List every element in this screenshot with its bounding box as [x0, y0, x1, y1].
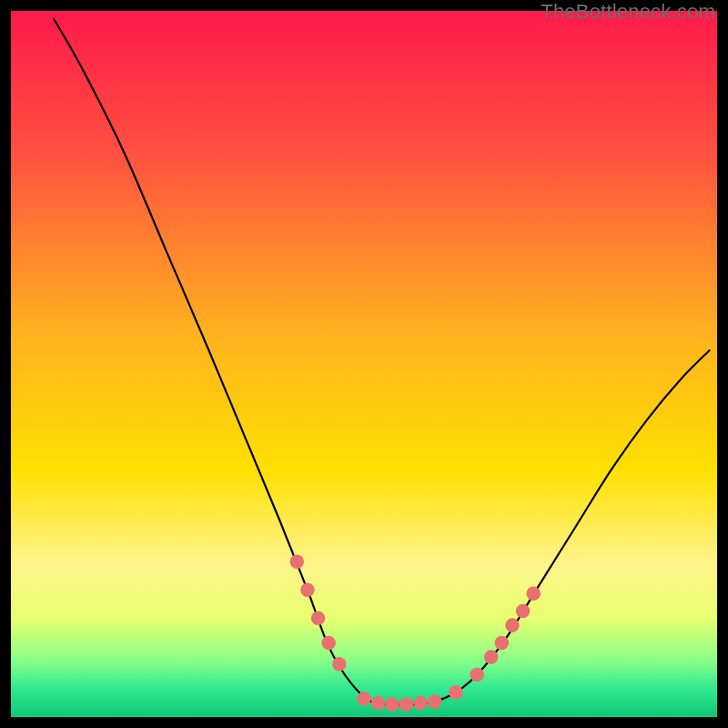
data-marker: [516, 604, 531, 619]
data-marker: [385, 697, 399, 712]
chart-background: [11, 11, 717, 717]
data-marker: [357, 692, 371, 706]
data-marker: [413, 696, 428, 711]
data-marker: [449, 685, 463, 700]
watermark-text: TheBottleneck.com: [541, 0, 715, 24]
data-marker: [290, 555, 305, 570]
data-marker: [505, 618, 520, 632]
data-marker: [300, 583, 315, 598]
data-marker: [321, 636, 336, 651]
data-marker: [470, 668, 484, 682]
data-marker: [332, 657, 347, 672]
data-marker: [311, 612, 326, 626]
data-marker: [399, 697, 414, 712]
data-marker: [495, 636, 510, 651]
data-marker: [484, 650, 499, 664]
bottleneck-chart: [11, 11, 717, 717]
data-marker: [371, 696, 386, 711]
data-marker: [526, 586, 541, 601]
data-marker: [428, 694, 442, 709]
